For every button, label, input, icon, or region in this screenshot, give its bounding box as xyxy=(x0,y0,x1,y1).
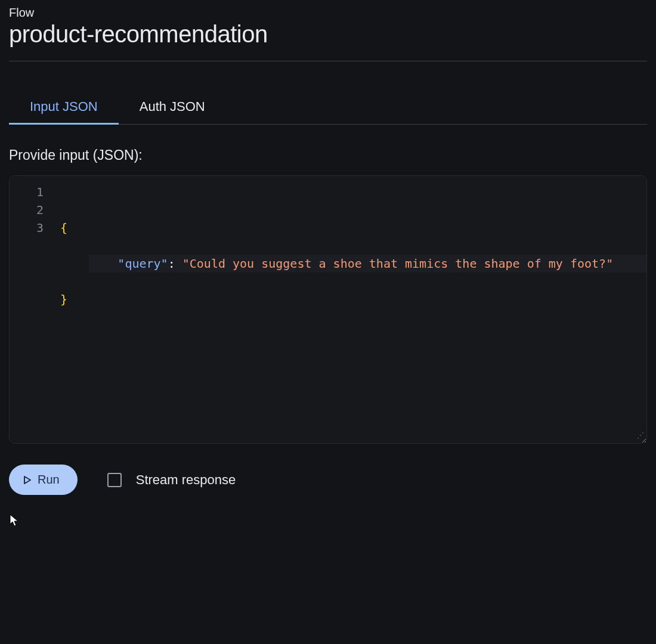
stream-checkbox[interactable] xyxy=(107,473,122,487)
json-code-editor[interactable]: 1 2 3 { "query": "Could you suggest a sh… xyxy=(9,175,647,444)
tab-input-json[interactable]: Input JSON xyxy=(9,91,119,125)
header-divider xyxy=(9,61,647,61)
code-key: "query" xyxy=(117,256,168,271)
code-brace-open: { xyxy=(60,221,67,235)
resize-handle-icon[interactable]: ⋰ xyxy=(637,434,644,441)
page-title: product-recommendation xyxy=(9,21,647,48)
run-button-label: Run xyxy=(38,473,60,487)
code-brace-close: } xyxy=(60,292,67,306)
run-button[interactable]: Run xyxy=(9,465,78,495)
controls-row: Run Stream response xyxy=(9,465,647,495)
line-number: 2 xyxy=(10,201,44,219)
code-colon: : xyxy=(168,256,182,271)
cursor-icon xyxy=(10,514,20,527)
line-number: 3 xyxy=(10,219,44,237)
play-icon xyxy=(23,476,32,484)
code-string: "Could you suggest a shoe that mimics th… xyxy=(182,256,613,271)
tab-auth-json[interactable]: Auth JSON xyxy=(119,91,226,125)
stream-response-toggle[interactable]: Stream response xyxy=(107,472,236,488)
input-label: Provide input (JSON): xyxy=(9,147,647,163)
stream-checkbox-label: Stream response xyxy=(136,472,236,488)
line-number-gutter: 1 2 3 xyxy=(10,183,60,436)
code-content[interactable]: { "query": "Could you suggest a shoe tha… xyxy=(60,183,646,436)
header-label: Flow xyxy=(9,6,647,20)
tab-bar: Input JSON Auth JSON xyxy=(9,90,647,125)
line-number: 1 xyxy=(10,183,44,201)
